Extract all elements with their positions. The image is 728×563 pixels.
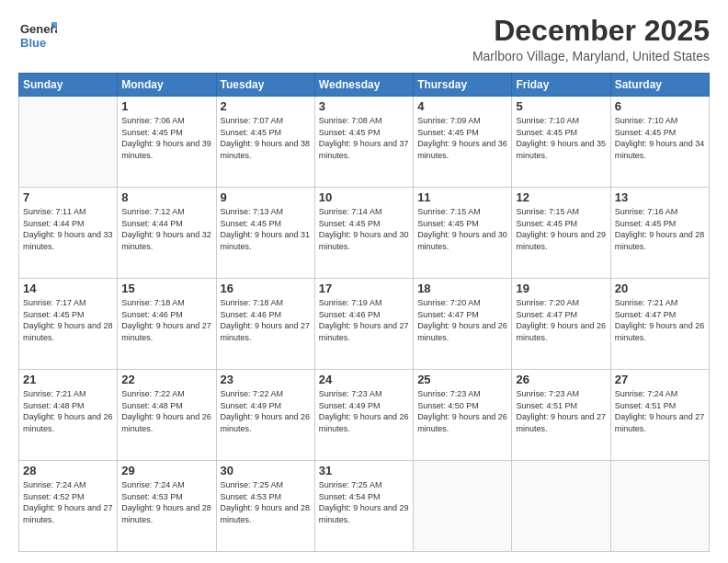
calendar-header-row: Sunday Monday Tuesday Wednesday Thursday…	[19, 74, 710, 97]
day-number: 5	[516, 99, 606, 113]
day-number: 27	[615, 373, 705, 386]
cell-info: Sunrise: 7:12 AMSunset: 4:44 PMDaylight:…	[121, 206, 211, 252]
calendar-cell	[610, 461, 709, 552]
cell-info: Sunrise: 7:18 AMSunset: 4:46 PMDaylight:…	[221, 297, 311, 343]
calendar-cell: 13Sunrise: 7:16 AMSunset: 4:45 PMDayligh…	[610, 188, 709, 279]
day-number: 14	[23, 282, 113, 295]
calendar-cell: 8Sunrise: 7:12 AMSunset: 4:44 PMDaylight…	[118, 188, 216, 279]
day-number: 31	[319, 464, 409, 477]
calendar-cell: 1Sunrise: 7:06 AMSunset: 4:45 PMDaylight…	[118, 97, 216, 188]
calendar-cell: 9Sunrise: 7:13 AMSunset: 4:45 PMDaylight…	[216, 188, 314, 279]
calendar-cell	[512, 461, 610, 552]
day-number: 17	[319, 282, 409, 295]
day-number: 4	[417, 99, 507, 113]
title-area: December 2025 Marlboro Village, Maryland…	[472, 15, 710, 63]
day-number: 10	[319, 190, 409, 204]
svg-text:Blue: Blue	[20, 36, 46, 50]
calendar-cell: 3Sunrise: 7:08 AMSunset: 4:45 PMDaylight…	[314, 97, 413, 188]
day-number: 28	[23, 464, 113, 477]
day-number: 12	[516, 190, 606, 204]
day-number: 21	[23, 373, 113, 386]
calendar-week-4: 28Sunrise: 7:24 AMSunset: 4:52 PMDayligh…	[19, 461, 710, 552]
cell-info: Sunrise: 7:23 AMSunset: 4:51 PMDaylight:…	[516, 388, 606, 434]
cell-info: Sunrise: 7:14 AMSunset: 4:45 PMDaylight:…	[319, 206, 409, 252]
cell-info: Sunrise: 7:24 AMSunset: 4:51 PMDaylight:…	[615, 388, 705, 434]
location: Marlboro Village, Maryland, United State…	[472, 49, 710, 63]
calendar-week-3: 21Sunrise: 7:21 AMSunset: 4:48 PMDayligh…	[19, 370, 710, 461]
day-number: 2	[221, 99, 311, 113]
calendar-cell: 6Sunrise: 7:10 AMSunset: 4:45 PMDaylight…	[610, 97, 709, 188]
day-number: 3	[319, 99, 409, 113]
day-number: 7	[23, 190, 113, 204]
day-number: 24	[319, 373, 409, 386]
cell-info: Sunrise: 7:17 AMSunset: 4:45 PMDaylight:…	[23, 297, 113, 343]
cell-info: Sunrise: 7:23 AMSunset: 4:49 PMDaylight:…	[319, 388, 409, 434]
calendar-cell: 28Sunrise: 7:24 AMSunset: 4:52 PMDayligh…	[19, 461, 118, 552]
header-saturday: Saturday	[610, 74, 709, 97]
day-number: 23	[221, 373, 311, 386]
cell-info: Sunrise: 7:07 AMSunset: 4:45 PMDaylight:…	[221, 115, 311, 161]
calendar-cell: 25Sunrise: 7:23 AMSunset: 4:50 PMDayligh…	[414, 370, 512, 461]
calendar-cell: 15Sunrise: 7:18 AMSunset: 4:46 PMDayligh…	[118, 279, 216, 370]
calendar-cell: 2Sunrise: 7:07 AMSunset: 4:45 PMDaylight…	[216, 97, 314, 188]
calendar-cell: 11Sunrise: 7:15 AMSunset: 4:45 PMDayligh…	[414, 188, 512, 279]
month-title: December 2025	[472, 15, 710, 47]
calendar-cell: 12Sunrise: 7:15 AMSunset: 4:45 PMDayligh…	[512, 188, 610, 279]
calendar-week-1: 7Sunrise: 7:11 AMSunset: 4:44 PMDaylight…	[19, 188, 710, 279]
cell-info: Sunrise: 7:20 AMSunset: 4:47 PMDaylight:…	[417, 297, 507, 343]
calendar-week-2: 14Sunrise: 7:17 AMSunset: 4:45 PMDayligh…	[19, 279, 710, 370]
calendar-cell: 21Sunrise: 7:21 AMSunset: 4:48 PMDayligh…	[19, 370, 118, 461]
day-number: 18	[417, 282, 507, 295]
day-number: 1	[121, 99, 211, 113]
day-number: 6	[615, 99, 705, 113]
cell-info: Sunrise: 7:18 AMSunset: 4:46 PMDaylight:…	[121, 297, 211, 343]
cell-info: Sunrise: 7:19 AMSunset: 4:46 PMDaylight:…	[319, 297, 409, 343]
calendar-cell: 16Sunrise: 7:18 AMSunset: 4:46 PMDayligh…	[216, 279, 314, 370]
calendar-cell: 29Sunrise: 7:24 AMSunset: 4:53 PMDayligh…	[118, 461, 216, 552]
cell-info: Sunrise: 7:10 AMSunset: 4:45 PMDaylight:…	[615, 115, 705, 161]
cell-info: Sunrise: 7:11 AMSunset: 4:44 PMDaylight:…	[23, 206, 113, 252]
cell-info: Sunrise: 7:15 AMSunset: 4:45 PMDaylight:…	[516, 206, 606, 252]
day-number: 25	[417, 373, 507, 386]
day-number: 11	[417, 190, 507, 204]
cell-info: Sunrise: 7:24 AMSunset: 4:52 PMDaylight:…	[23, 479, 113, 525]
header-wednesday: Wednesday	[314, 74, 413, 97]
day-number: 9	[221, 190, 311, 204]
calendar-cell: 19Sunrise: 7:20 AMSunset: 4:47 PMDayligh…	[512, 279, 610, 370]
calendar-cell: 26Sunrise: 7:23 AMSunset: 4:51 PMDayligh…	[512, 370, 610, 461]
calendar-cell: 14Sunrise: 7:17 AMSunset: 4:45 PMDayligh…	[19, 279, 118, 370]
cell-info: Sunrise: 7:15 AMSunset: 4:45 PMDaylight:…	[417, 206, 507, 252]
cell-info: Sunrise: 7:22 AMSunset: 4:49 PMDaylight:…	[221, 388, 311, 434]
logo-icon: General Blue	[18, 15, 57, 53]
cell-info: Sunrise: 7:08 AMSunset: 4:45 PMDaylight:…	[319, 115, 409, 161]
day-number: 29	[121, 464, 211, 477]
cell-info: Sunrise: 7:25 AMSunset: 4:53 PMDaylight:…	[221, 479, 311, 525]
header: General Blue December 2025 Marlboro Vill…	[18, 15, 710, 63]
calendar-cell: 4Sunrise: 7:09 AMSunset: 4:45 PMDaylight…	[414, 97, 512, 188]
cell-info: Sunrise: 7:25 AMSunset: 4:54 PMDaylight:…	[319, 479, 409, 525]
cell-info: Sunrise: 7:21 AMSunset: 4:48 PMDaylight:…	[23, 388, 113, 434]
day-number: 16	[221, 282, 311, 295]
cell-info: Sunrise: 7:06 AMSunset: 4:45 PMDaylight:…	[121, 115, 211, 161]
cell-info: Sunrise: 7:16 AMSunset: 4:45 PMDaylight:…	[615, 206, 705, 252]
day-number: 26	[516, 373, 606, 386]
header-monday: Monday	[118, 74, 216, 97]
day-number: 22	[121, 373, 211, 386]
header-tuesday: Tuesday	[216, 74, 314, 97]
cell-info: Sunrise: 7:23 AMSunset: 4:50 PMDaylight:…	[417, 388, 507, 434]
calendar-cell: 30Sunrise: 7:25 AMSunset: 4:53 PMDayligh…	[216, 461, 314, 552]
calendar-cell: 5Sunrise: 7:10 AMSunset: 4:45 PMDaylight…	[512, 97, 610, 188]
calendar-cell: 10Sunrise: 7:14 AMSunset: 4:45 PMDayligh…	[314, 188, 413, 279]
calendar-cell: 17Sunrise: 7:19 AMSunset: 4:46 PMDayligh…	[314, 279, 413, 370]
header-friday: Friday	[512, 74, 610, 97]
calendar-cell: 23Sunrise: 7:22 AMSunset: 4:49 PMDayligh…	[216, 370, 314, 461]
day-number: 8	[121, 190, 211, 204]
calendar-cell: 7Sunrise: 7:11 AMSunset: 4:44 PMDaylight…	[19, 188, 118, 279]
day-number: 30	[221, 464, 311, 477]
page: General Blue December 2025 Marlboro Vill…	[0, 0, 728, 563]
calendar-cell	[414, 461, 512, 552]
day-number: 19	[516, 282, 606, 295]
calendar-cell: 24Sunrise: 7:23 AMSunset: 4:49 PMDayligh…	[314, 370, 413, 461]
day-number: 20	[615, 282, 705, 295]
cell-info: Sunrise: 7:22 AMSunset: 4:48 PMDaylight:…	[121, 388, 211, 434]
